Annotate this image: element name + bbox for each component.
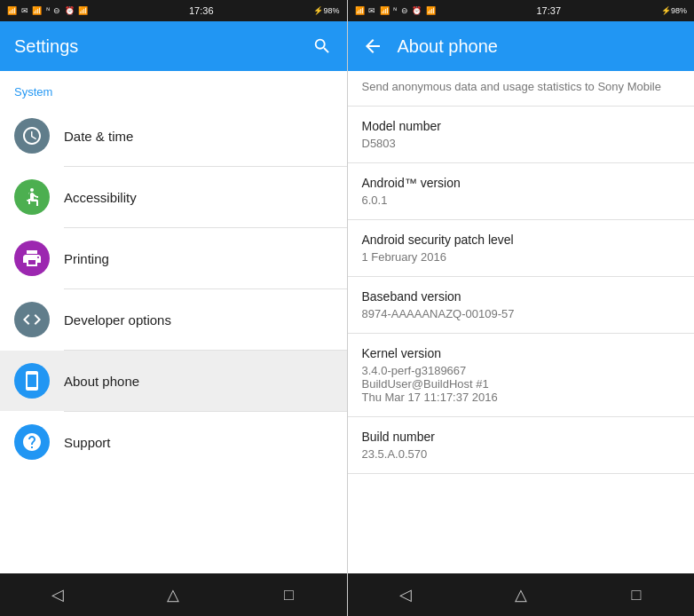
accessibility-icon xyxy=(14,179,50,215)
status-bar-right: 📶 ✉ 📶 ᴺ ⊖ ⏰ 📶 17:37 ⚡98% xyxy=(348,0,695,21)
about-phone-toolbar: About phone xyxy=(348,21,695,71)
settings-item-developer[interactable]: Developer options xyxy=(0,289,347,350)
support-text: Support xyxy=(64,435,333,450)
partial-send-anonymous: Send anonymous data and usage statistics… xyxy=(348,71,695,107)
printing-text: Printing xyxy=(64,251,333,266)
home-button-right[interactable]: △ xyxy=(494,577,548,612)
notification-icons-right: 📶 ✉ 📶 ᴺ ⊖ ⏰ 📶 xyxy=(355,6,437,15)
printing-title: Printing xyxy=(64,251,333,266)
about-item-baseband[interactable]: Baseband version 8974-AAAAANAZQ-00109-57 xyxy=(348,277,695,334)
partial-text-value: Send anonymous data and usage statistics… xyxy=(362,80,681,93)
about-item-model-number[interactable]: Model number D5803 xyxy=(348,107,695,163)
clock-icon xyxy=(14,118,50,154)
battery-icon-right: ⚡98% xyxy=(661,6,687,15)
settings-list: System Date & time xyxy=(0,71,347,573)
status-time-left: 17:36 xyxy=(189,5,214,16)
svg-point-0 xyxy=(30,188,34,192)
settings-item-support[interactable]: Support xyxy=(0,412,347,472)
android-version-value: 6.0.1 xyxy=(362,193,681,207)
baseband-label: Baseband version xyxy=(362,289,681,304)
settings-item-date-time[interactable]: Date & time xyxy=(0,106,347,166)
about-phone-content: Send anonymous data and usage statistics… xyxy=(348,71,695,573)
battery-icon: ⚡98% xyxy=(313,6,339,15)
status-right-icons: ⚡98% xyxy=(313,6,339,15)
recents-button-right[interactable]: □ xyxy=(610,577,663,612)
print-icon xyxy=(14,241,50,276)
status-bar-left: 📶 ✉ 📶 ᴺ ⊖ ⏰ 📶 17:36 ⚡98% xyxy=(0,0,347,21)
about-phone-title: About phone xyxy=(64,374,333,389)
search-icon[interactable] xyxy=(312,36,333,57)
date-time-text: Date & time xyxy=(64,129,333,144)
back-button-right[interactable]: ◁ xyxy=(379,577,432,612)
accessibility-title: Accessibility xyxy=(64,190,333,205)
date-time-title: Date & time xyxy=(64,129,333,144)
baseband-value: 8974-AAAAANAZQ-00109-57 xyxy=(362,307,681,320)
kernel-label: Kernel version xyxy=(362,346,681,360)
developer-title: Developer options xyxy=(64,312,333,328)
nav-bar-left: ◁ △ □ xyxy=(0,573,347,616)
accessibility-text: Accessibility xyxy=(64,190,333,205)
about-phone-text: About phone xyxy=(64,374,333,389)
about-item-android-version[interactable]: Android™ version 6.0.1 xyxy=(348,163,695,220)
settings-toolbar: Settings xyxy=(0,21,347,71)
kernel-value: 3.4.0-perf-g3189667 BuildUser@BuildHost … xyxy=(362,364,681,404)
status-icons-left: 📶 ✉ 📶 ᴺ ⊖ ⏰ 📶 xyxy=(7,6,89,15)
build-number-label: Build number xyxy=(362,430,681,444)
about-item-build-number[interactable]: Build number 23.5.A.0.570 xyxy=(348,417,695,474)
settings-panel: 📶 ✉ 📶 ᴺ ⊖ ⏰ 📶 17:36 ⚡98% Settings System xyxy=(0,0,348,616)
security-patch-label: Android security patch level xyxy=(362,233,681,247)
support-title: Support xyxy=(64,435,333,450)
developer-icon xyxy=(14,302,50,337)
developer-text: Developer options xyxy=(64,312,333,328)
about-item-kernel[interactable]: Kernel version 3.4.0-perf-g3189667 Build… xyxy=(348,334,695,417)
system-section-header: System xyxy=(0,71,347,106)
status-icons-right-left: 📶 ✉ 📶 ᴺ ⊖ ⏰ 📶 xyxy=(355,6,437,15)
back-button-left[interactable]: ◁ xyxy=(31,577,84,612)
model-number-label: Model number xyxy=(362,119,681,133)
settings-title: Settings xyxy=(14,36,312,57)
recents-button-left[interactable]: □ xyxy=(262,577,315,612)
phone-icon xyxy=(14,363,50,399)
notification-icons: 📶 ✉ 📶 ᴺ ⊖ ⏰ 📶 xyxy=(7,6,89,15)
back-arrow-icon[interactable] xyxy=(362,36,383,57)
security-patch-value: 1 February 2016 xyxy=(362,250,681,264)
nav-bar-right: ◁ △ □ xyxy=(348,573,695,616)
status-right-icons-r: ⚡98% xyxy=(661,6,687,15)
model-number-value: D5803 xyxy=(362,137,681,150)
android-version-label: Android™ version xyxy=(362,176,681,190)
about-phone-title: About phone xyxy=(398,36,681,57)
home-button-left[interactable]: △ xyxy=(146,577,200,612)
support-icon xyxy=(14,424,50,460)
settings-item-about-phone[interactable]: About phone xyxy=(0,351,347,411)
about-phone-panel: 📶 ✉ 📶 ᴺ ⊖ ⏰ 📶 17:37 ⚡98% About phone Sen… xyxy=(348,0,695,616)
build-number-value: 23.5.A.0.570 xyxy=(362,447,681,461)
settings-item-accessibility[interactable]: Accessibility xyxy=(0,167,347,227)
settings-item-printing[interactable]: Printing xyxy=(0,228,347,288)
about-item-security-patch[interactable]: Android security patch level 1 February … xyxy=(348,220,695,277)
status-time-right: 17:37 xyxy=(536,5,561,16)
